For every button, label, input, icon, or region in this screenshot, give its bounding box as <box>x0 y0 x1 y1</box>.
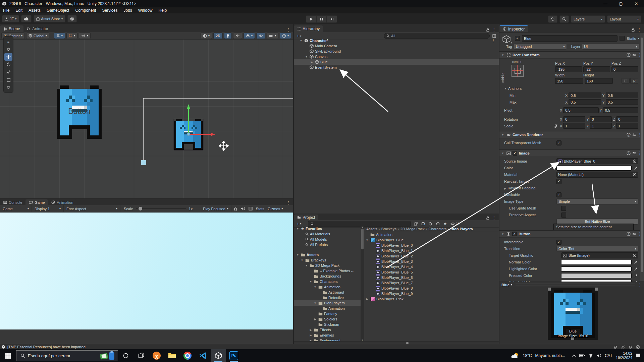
project-tree-animation[interactable]: ▼Animation <box>294 284 361 290</box>
value-field[interactable]: -195 <box>555 66 582 72</box>
menu-window[interactable]: Window <box>135 7 156 13</box>
undo-history-button[interactable] <box>548 15 557 23</box>
expander-icon[interactable]: ▶ <box>309 328 313 331</box>
object-field[interactable]: BlobPlayer_Blue_0 <box>556 158 638 164</box>
label-filter-icon[interactable] <box>429 222 432 226</box>
notification-center-icon[interactable] <box>636 353 641 358</box>
eyedropper-icon[interactable] <box>633 166 638 171</box>
camera-settings-dropdown[interactable]: ▾ <box>267 33 278 39</box>
project-tree-astronaut[interactable]: Astronaut <box>294 290 361 295</box>
value-field[interactable]: 1 <box>616 123 638 129</box>
help-icon[interactable]: ? <box>627 232 631 236</box>
scene-visibility-column-icon[interactable] <box>492 34 496 38</box>
play-button[interactable] <box>306 15 316 23</box>
inspector-scrollbar[interactable] <box>640 33 644 281</box>
presets-icon[interactable] <box>632 53 636 57</box>
component-enabled-checkbox[interactable]: ✓ <box>512 232 517 236</box>
rotate-tool[interactable] <box>4 61 12 68</box>
snap-increment-button[interactable]: ▾ <box>66 33 77 39</box>
play-focused-dropdown[interactable]: Play Focused▾ <box>200 205 231 212</box>
static-dropdown-icon[interactable]: ▾ <box>638 37 639 40</box>
vsync-grid-icon[interactable] <box>249 207 253 210</box>
expander-icon[interactable]: ▼ <box>299 39 303 42</box>
weather-desc[interactable]: Mayorm. nubla... <box>535 353 565 358</box>
tool-settings-button[interactable]: ▾ <box>79 33 91 39</box>
tab-project[interactable]: Project <box>294 215 318 220</box>
project-tree-brackeys[interactable]: ▼Brackeys <box>294 257 361 263</box>
gizmos-dropdown[interactable]: ▾ <box>280 33 291 39</box>
project-tree-soldiers[interactable]: ▶Soldiers <box>294 316 361 322</box>
value-field[interactable]: 0.5 <box>603 107 638 113</box>
project-tree-enemies[interactable]: ▶Enemies <box>294 333 361 338</box>
object-picker-icon[interactable] <box>633 253 637 257</box>
color-swatch[interactable] <box>561 273 632 278</box>
value-field[interactable]: 1 <box>563 123 585 129</box>
lock-icon[interactable] <box>486 28 489 32</box>
photoshop-icon[interactable]: Ps <box>226 349 241 362</box>
preview-drag-handle[interactable] <box>516 284 635 286</box>
scene-audio-toggle[interactable] <box>233 33 242 39</box>
menu-assets[interactable]: Assets <box>25 7 44 13</box>
project-tree-fantasy[interactable]: Fantasy <box>294 311 361 316</box>
static-checkbox[interactable] <box>620 36 625 41</box>
breadcrumb-brackeys[interactable]: Brackeys <box>381 227 396 231</box>
project-tree-example-photos[interactable]: -- Example Photos -- <box>294 268 361 274</box>
hierarchy-item-skybackground[interactable]: SkyBackground <box>294 49 499 54</box>
lock-icon[interactable] <box>486 216 489 220</box>
open-in-window-icon[interactable] <box>414 222 418 226</box>
mute-audio-icon[interactable] <box>241 207 245 210</box>
game-gizmos-dropdown[interactable]: Gizmos▾ <box>268 207 283 211</box>
wifi-icon[interactable] <box>588 354 593 358</box>
create-dropdown-icon[interactable]: ▾ <box>300 222 301 225</box>
raw-edit-mode-button[interactable]: R <box>630 78 638 84</box>
foldout-icon[interactable]: ▼ <box>501 233 505 236</box>
clock[interactable]: 14:02 19/2/2024 <box>616 351 632 360</box>
anchors-foldout[interactable]: ▼Anchors <box>504 86 522 90</box>
object-field[interactable]: Blue (Image) <box>561 252 638 258</box>
asset-blobplayer-blue-0[interactable]: BlobPlayer_Blue_0 <box>365 243 499 248</box>
cloud-button[interactable] <box>21 15 32 22</box>
anchor-preset-widget[interactable] <box>512 65 524 77</box>
asset-animation[interactable]: Animation <box>365 232 499 237</box>
eyedropper-icon[interactable] <box>633 273 638 278</box>
section-header-rect-transform[interactable]: ▼Rect Transform?⋮ <box>499 51 644 59</box>
checkbox[interactable] <box>561 213 566 218</box>
asset-blobplayer-blue-8[interactable]: BlobPlayer_Blue_8 <box>365 286 499 291</box>
foldout-icon[interactable]: ▼ <box>501 152 505 155</box>
menu-file[interactable]: File <box>0 7 12 13</box>
project-tree-blob-players[interactable]: ▼Blob Players <box>294 300 361 306</box>
hierarchy-item-canvas[interactable]: ▼Canvas <box>294 54 499 59</box>
volume-icon[interactable] <box>597 354 601 358</box>
color-swatch[interactable] <box>556 166 632 171</box>
checkbox[interactable]: ✓ <box>556 240 561 245</box>
color-swatch[interactable] <box>561 260 632 265</box>
layers-dropdown[interactable]: Layers▾ <box>571 15 605 23</box>
checkbox[interactable] <box>561 206 566 211</box>
foldout-icon[interactable]: ▼ <box>501 133 505 136</box>
hierarchy-menu-icon[interactable]: ⋮ <box>492 27 496 32</box>
project-tree-all-models[interactable]: All Models <box>294 237 361 242</box>
project-tree-favorites[interactable]: ▼★Favorites <box>294 226 361 231</box>
expander-icon[interactable]: ▼ <box>313 302 317 305</box>
project-tree-backgrounds[interactable]: Backgrounds <box>294 274 361 279</box>
presets-icon[interactable] <box>632 133 636 136</box>
checkbox[interactable]: ✓ <box>556 192 561 197</box>
minimize-button[interactable]: — <box>598 0 613 7</box>
debug-icon[interactable] <box>233 207 237 211</box>
scene-menu-icon[interactable]: ⋮ <box>286 27 290 32</box>
layer-dropdown[interactable]: UI▾ <box>582 44 639 50</box>
tab-console[interactable]: Console <box>0 199 25 205</box>
dropdown[interactable]: Simple▾ <box>556 198 638 204</box>
vscode-icon[interactable] <box>195 349 211 362</box>
eyedropper-icon[interactable] <box>633 260 638 265</box>
name-field[interactable]: Blue <box>522 35 618 42</box>
section-header-button[interactable]: ▼✓Button?⋮ <box>499 230 644 238</box>
rect-tool[interactable] <box>4 76 12 84</box>
value-field[interactable]: 0 <box>590 116 612 122</box>
layout-dropdown[interactable]: Layout▾ <box>607 15 641 23</box>
expander-icon[interactable]: ▼ <box>305 264 308 267</box>
hierarchy-item-eventsystem[interactable]: EventSystem <box>294 65 499 70</box>
close-button[interactable]: ✕ <box>629 0 644 7</box>
preview-header[interactable]: Blue ▾ ⋮ <box>499 282 644 288</box>
scene-view[interactable]: ≡ <box>0 24 293 198</box>
